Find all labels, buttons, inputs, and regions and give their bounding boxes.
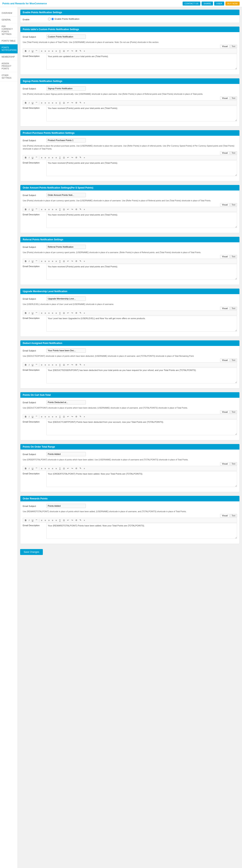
ct-edit[interactable]: ✎	[79, 415, 82, 418]
product-subject-input[interactable]	[46, 138, 86, 143]
or-edit[interactable]: ✎	[79, 519, 82, 522]
product-toolbar-ul[interactable]: ≡	[51, 156, 54, 159]
dd-s2[interactable]: Ω	[62, 363, 66, 366]
dd-link[interactable]: ⊘	[74, 363, 78, 366]
ot-s1[interactable]: ∑	[58, 467, 62, 470]
signup-text-tab[interactable]: Text	[230, 96, 237, 100]
signup-toolbar-link[interactable]: ⊘	[74, 101, 78, 104]
up-edit[interactable]: ✎	[79, 311, 82, 315]
ref-undo[interactable]: ↩	[66, 259, 70, 263]
product-toolbar-link[interactable]: ⊘	[74, 156, 78, 159]
or-underline[interactable]: U	[31, 519, 34, 522]
order-rewards-subject-input[interactable]	[46, 504, 86, 508]
up-remove[interactable]: ×	[83, 311, 86, 315]
order-total-visual-tab[interactable]: Visual	[220, 462, 230, 466]
oa-al[interactable]: ≡	[40, 208, 43, 211]
up-link[interactable]: ⊘	[74, 311, 78, 315]
up-al[interactable]: ≡	[40, 311, 43, 315]
referral-visual-tab[interactable]: Visual	[220, 255, 230, 258]
up-ul[interactable]: ≡	[51, 311, 54, 315]
order-rewards-text-tab[interactable]: Text	[230, 514, 237, 517]
toolbar-bold[interactable]: B	[24, 50, 27, 53]
save-button[interactable]: Save Changes	[20, 549, 43, 555]
toolbar-list-ul[interactable]: ≡	[51, 50, 54, 53]
cart-visual-tab[interactable]: Visual	[220, 410, 230, 414]
ct-ol[interactable]: ≡	[54, 415, 58, 418]
signup-toolbar-italic[interactable]: I	[28, 101, 30, 104]
signup-toolbar-bold[interactable]: B	[24, 101, 27, 104]
deduct-text-tab[interactable]: Text	[230, 359, 237, 362]
dd-remove[interactable]: ×	[83, 363, 86, 366]
dd-quote[interactable]: ""	[35, 363, 38, 366]
toolbar-align-center[interactable]: ≡	[44, 50, 47, 53]
ct-bold[interactable]: B	[24, 415, 27, 418]
ot-remove[interactable]: ×	[83, 467, 86, 470]
user-button[interactable]: USER	[214, 2, 224, 5]
product-toolbar-undo[interactable]: ↩	[66, 156, 70, 159]
ref-ul[interactable]: ≡	[51, 260, 54, 263]
referral-text-tab[interactable]: Text	[230, 255, 237, 258]
up-bold[interactable]: B	[24, 311, 27, 315]
dd-redo[interactable]: ↪	[70, 363, 74, 366]
enable-radio-yes[interactable]	[48, 18, 51, 20]
signup-toolbar-align-right[interactable]: ≡	[47, 101, 51, 104]
up-italic[interactable]: I	[28, 311, 30, 315]
oa-s1[interactable]: ∑	[58, 208, 62, 211]
up-ac[interactable]: ≡	[44, 311, 47, 315]
oa-redo[interactable]: ↪	[70, 208, 74, 211]
oa-ol[interactable]: ≡	[54, 208, 58, 211]
order-total-text-tab[interactable]: Text	[230, 462, 237, 466]
custom-visual-tab[interactable]: Visual	[220, 45, 230, 48]
sidebar-item-other-settings[interactable]: OTHER SETTINGS	[0, 72, 18, 81]
ot-link[interactable]: ⊘	[74, 467, 78, 470]
or-ol[interactable]: ≡	[54, 519, 58, 522]
product-toolbar-ac[interactable]: ≡	[44, 156, 47, 159]
ot-ar[interactable]: ≡	[47, 467, 51, 470]
dd-edit[interactable]: ✎	[79, 363, 82, 366]
dd-bold[interactable]: B	[24, 363, 27, 366]
ct-underline[interactable]: U	[31, 415, 34, 418]
dd-ul[interactable]: ≡	[51, 363, 54, 366]
up-s1[interactable]: ∑	[58, 311, 62, 315]
oa-remove[interactable]: ×	[83, 208, 86, 211]
up-ar[interactable]: ≡	[47, 311, 51, 315]
oa-link[interactable]: ⊘	[74, 208, 78, 211]
or-al[interactable]: ≡	[40, 519, 43, 522]
upgrade-desc-textarea[interactable]: Your Level has been Upgraded to {USERLEV…	[46, 316, 237, 332]
ref-bold[interactable]: B	[24, 260, 27, 263]
ref-remove[interactable]: ×	[83, 260, 86, 263]
upgrade-subject-input[interactable]	[46, 297, 86, 301]
ot-redo[interactable]: ↪	[70, 467, 74, 470]
ct-link[interactable]: ⊘	[74, 415, 78, 418]
toolbar-underline[interactable]: U	[31, 50, 34, 53]
or-italic[interactable]: I	[28, 519, 30, 522]
sidebar-item-assign-product[interactable]: ASSIGN PRODUCT POINTS	[0, 60, 18, 72]
dd-underline[interactable]: U	[31, 363, 34, 366]
ct-italic[interactable]: I	[28, 415, 30, 418]
signup-toolbar-underline[interactable]: U	[31, 101, 34, 104]
ot-al[interactable]: ≡	[40, 467, 43, 470]
up-undo[interactable]: ↩	[66, 311, 70, 315]
order-rewards-visual-tab[interactable]: Visual	[220, 514, 230, 517]
ref-redo[interactable]: ↪	[70, 259, 74, 263]
up-underline[interactable]: U	[31, 311, 34, 315]
signup-subject-input[interactable]	[46, 86, 86, 91]
or-bold[interactable]: B	[24, 519, 27, 522]
buy-button[interactable]: BUY NOW	[225, 2, 240, 5]
ref-ar[interactable]: ≡	[47, 260, 51, 263]
toolbar-special1[interactable]: ∑	[58, 50, 62, 53]
signup-toolbar-list-ol[interactable]: ≡	[54, 101, 58, 104]
custom-desc-textarea[interactable]: Your points are updated and your total p…	[46, 54, 237, 69]
product-toolbar-italic[interactable]: I	[28, 156, 30, 159]
oa-ul[interactable]: ≡	[51, 208, 54, 211]
cart-desc-textarea[interactable]: Your {DEDUCTCARTPOINT} Points have been …	[46, 420, 237, 435]
ot-ac[interactable]: ≡	[44, 467, 47, 470]
signup-visual-tab[interactable]: Visual	[220, 96, 230, 100]
ct-s2[interactable]: Ω	[62, 415, 66, 418]
product-toolbar-redo[interactable]: ↪	[70, 156, 74, 159]
up-ol[interactable]: ≡	[54, 311, 58, 315]
ref-link[interactable]: ⊘	[74, 259, 78, 263]
toolbar-special2[interactable]: Ω	[62, 50, 66, 53]
dd-ar[interactable]: ≡	[47, 363, 51, 366]
oa-italic[interactable]: I	[28, 208, 30, 211]
